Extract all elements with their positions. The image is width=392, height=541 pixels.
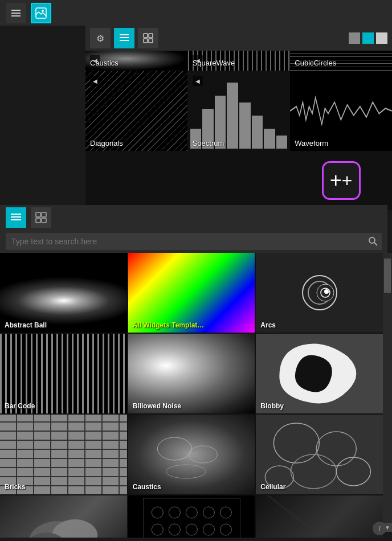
svg-rect-12 <box>11 214 21 215</box>
svg-rect-18 <box>42 218 46 223</box>
svg-rect-0 <box>11 10 21 11</box>
shader-label-blobby: Blobby <box>260 402 284 410</box>
shader-arcs[interactable]: Arcs <box>256 253 383 333</box>
svg-rect-2 <box>11 15 21 17</box>
shader-bricks[interactable]: Bricks <box>0 415 127 494</box>
shader-label-all-widgets: All Widgets Templat… <box>133 321 205 329</box>
grid-label-squarewave: SquareWave <box>193 59 235 67</box>
shader-label-bricks: Bricks <box>5 483 26 491</box>
svg-rect-10 <box>144 39 148 43</box>
svg-point-43 <box>152 524 163 535</box>
square-gray[interactable] <box>349 32 360 44</box>
shader-all-widgets[interactable]: All Widgets Templat… <box>128 253 255 333</box>
image-icon-top[interactable] <box>31 3 51 23</box>
grid-label-cubiccircles: CubicCircles <box>295 59 336 67</box>
add-shader-button[interactable]: + <box>322 161 361 200</box>
svg-rect-8 <box>144 34 148 38</box>
search-input[interactable] <box>6 233 365 250</box>
svg-rect-5 <box>120 34 129 35</box>
image-view-button[interactable] <box>138 28 158 48</box>
svg-point-44 <box>169 524 180 535</box>
shader-label-billowed: Billowed Noise <box>133 402 181 410</box>
shader-label-abstract-ball: Abstract Ball <box>5 321 47 329</box>
shader-caustics2[interactable]: Caustics <box>128 415 255 494</box>
search-bar <box>0 230 387 253</box>
svg-line-49 <box>268 495 371 538</box>
svg-rect-17 <box>36 218 40 223</box>
grid-item-diagonals[interactable]: ◀ Diagonals <box>85 71 187 151</box>
arcs-preview <box>256 253 383 333</box>
svg-point-27 <box>189 446 217 463</box>
shader-label-cellular: Cellular <box>260 483 285 491</box>
shader-cellular[interactable]: Cellular <box>256 415 383 494</box>
scroll-bar: ▼ <box>383 253 392 532</box>
svg-line-48 <box>268 495 371 538</box>
svg-point-30 <box>317 432 357 466</box>
svg-point-45 <box>186 524 197 535</box>
shader-label-arcs: Arcs <box>260 321 276 329</box>
svg-point-32 <box>337 457 371 486</box>
svg-rect-9 <box>149 34 153 38</box>
search-button[interactable] <box>365 233 382 250</box>
svg-point-26 <box>157 437 191 460</box>
grid-item-squarewave[interactable]: ◀ SquareWave <box>188 51 290 71</box>
svg-rect-14 <box>11 219 21 220</box>
svg-rect-1 <box>11 13 21 14</box>
grid-label-spectrum: Spectrum <box>193 139 224 147</box>
svg-point-31 <box>291 454 337 489</box>
svg-point-40 <box>186 507 197 518</box>
grid-item-waveform[interactable]: Waveform <box>290 71 392 151</box>
info-button[interactable]: i <box>373 522 386 535</box>
grid-label-diagonals: Diagonals <box>90 139 123 147</box>
shader-dark[interactable] <box>256 495 383 538</box>
shader-label-caustics2: Caustics <box>133 483 161 491</box>
svg-point-41 <box>203 507 214 518</box>
svg-point-4 <box>42 10 44 12</box>
play-spectrum[interactable]: ◀ <box>193 76 203 86</box>
panel-grid-tab[interactable] <box>31 207 51 228</box>
grid-label-caustics: Caustics <box>90 59 119 67</box>
list-view-button[interactable] <box>114 28 134 48</box>
view-toggles <box>349 32 387 44</box>
svg-point-29 <box>274 423 320 463</box>
panel-list-tab[interactable] <box>6 207 26 228</box>
grid-item-cubiccircles[interactable]: CubicCircles <box>290 51 392 71</box>
svg-rect-16 <box>42 212 46 217</box>
add-icon: + <box>342 170 353 191</box>
shader-blobby[interactable]: Blobby <box>256 334 383 413</box>
shader-clouds[interactable] <box>0 495 127 538</box>
panel-toolbar <box>0 205 387 230</box>
svg-point-19 <box>369 237 375 243</box>
svg-rect-7 <box>120 40 129 41</box>
grid-item-spectrum[interactable]: ◀ Spectrum <box>188 71 290 151</box>
shader-cubiccircles2[interactable] <box>128 495 255 538</box>
scroll-thumb[interactable] <box>384 259 391 293</box>
svg-rect-11 <box>149 39 153 43</box>
svg-point-38 <box>152 507 163 518</box>
shader-billowed[interactable]: Billowed Noise <box>128 334 255 413</box>
grid-item-empty1 <box>85 151 187 210</box>
square-light[interactable] <box>376 32 387 44</box>
svg-point-46 <box>203 524 214 535</box>
shader-library-grid: Abstract Ball All Widgets Templat… Arcs … <box>0 253 383 538</box>
play-diagonals[interactable]: ◀ <box>90 76 100 86</box>
shader-barcode[interactable]: Bar Code <box>0 334 127 413</box>
svg-rect-15 <box>36 212 40 217</box>
gear-button[interactable]: ⚙ <box>90 28 111 48</box>
top-bar <box>0 0 392 26</box>
shader-label-barcode: Bar Code <box>5 402 35 410</box>
square-cyan[interactable] <box>362 32 374 44</box>
shader-grid-top: ◀ Caustics ◀ SquareWave CubicCircles ◀ D… <box>85 51 392 210</box>
grid-label-waveform: Waveform <box>295 139 328 147</box>
shader-abstract-ball[interactable]: Abstract Ball <box>0 253 127 333</box>
grid-item-empty2 <box>188 151 290 210</box>
grid-item-caustics[interactable]: ◀ Caustics <box>85 51 187 71</box>
svg-point-28 <box>166 465 206 478</box>
svg-point-39 <box>169 507 180 518</box>
svg-point-25 <box>324 289 329 294</box>
svg-rect-6 <box>120 37 129 38</box>
list-icon-top[interactable] <box>6 3 26 23</box>
grid-item-addnew: + <box>290 151 392 210</box>
svg-point-47 <box>220 524 231 535</box>
toolbar: ⚙ <box>85 26 392 51</box>
